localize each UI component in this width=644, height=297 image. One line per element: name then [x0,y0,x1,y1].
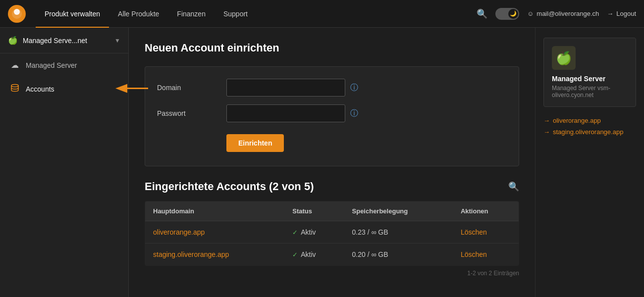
server-card: 🍏 Managed Server Managed Server vsm-oliv… [543,38,636,107]
topnav-links: Produkt verwalten Alle Produkte Finanzen… [36,0,477,28]
sidebar-item-accounts[interactable]: Accounts [0,77,128,101]
chevron-down-icon: ▼ [114,37,120,44]
accounts-search-icon[interactable]: 🔍 [508,181,519,192]
server-link-2[interactable]: → staging.oliverorange.app [543,128,636,136]
sidebar: 🍏 Managed Serve...net ▼ ☁ Managed Server… [0,28,129,297]
cell-action[interactable]: Löschen [453,221,519,244]
passwort-row: Passwort ⓘ [157,104,507,122]
dark-mode-toggle[interactable]: 🌙 [495,8,519,20]
cell-storage: 0.20 / ∞ GB [344,244,453,266]
server-link-label: staging.oliverorange.app [553,128,623,136]
check-icon: ✓ [292,251,298,258]
main-layout: 🍏 Managed Serve...net ▼ ☁ Managed Server… [0,28,644,297]
topnav: Produkt verwalten Alle Produkte Finanzen… [0,0,644,28]
sidebar-item-label: Managed Server [26,61,77,69]
server-link-1[interactable]: → oliverorange.app [543,117,636,124]
col-aktionen: Aktionen [453,201,519,221]
topnav-right: 🔍 🌙 ☺ mail@oliverorange.ch → Logout [477,8,636,20]
accounts-section-title: Eingerichtete Accounts (2 von 5) [145,180,314,193]
nav-produkt-verwalten[interactable]: Produkt verwalten [36,0,109,28]
arrow-right-icon: → [543,128,550,136]
logout-label: Logout [616,10,636,17]
cell-status: ✓ Aktiv [284,221,344,244]
domain-input[interactable] [226,79,345,97]
passwort-label: Passwort [157,109,226,117]
cell-storage: 0.23 / ∞ GB [344,221,453,244]
domain-row: Domain ⓘ [157,79,507,97]
col-hauptdomain: Hauptdomain [145,201,285,221]
new-account-title: Neuen Account einrichten [145,42,519,54]
sidebar-header-text: Managed Serve...net [23,37,87,45]
search-icon[interactable]: 🔍 [477,8,487,19]
domain-link[interactable]: oliverorange.app [153,228,205,236]
nav-finanzen[interactable]: Finanzen [168,0,215,28]
cell-status: ✓ Aktiv [284,244,344,266]
user-email: mail@oliverorange.ch [537,10,599,17]
pagination-info: 1-2 von 2 Einträgen [145,270,519,277]
domain-label: Domain [157,84,226,92]
cell-action[interactable]: Löschen [453,244,519,266]
right-panel: 🍏 Managed Server Managed Server vsm-oliv… [535,28,644,297]
server-card-subtitle: Managed Server vsm-olivero.cyon.net [552,85,628,99]
nav-alle-produkte[interactable]: Alle Produkte [109,0,168,28]
new-account-form: Domain ⓘ Passwort ⓘ Einrichten [145,66,519,166]
passwort-input-wrap: ⓘ [226,104,358,122]
logout-button[interactable]: → Logout [607,10,636,17]
domain-link[interactable]: staging.oliverorange.app [153,250,229,258]
cell-domain[interactable]: staging.oliverorange.app [145,244,285,266]
cell-domain[interactable]: oliverorange.app [145,221,285,244]
server-link-label: oliverorange.app [553,117,601,124]
logout-icon: → [607,10,613,17]
einrichten-button[interactable]: Einrichten [226,134,284,152]
server-card-title: Managed Server [552,75,628,83]
delete-link[interactable]: Löschen [461,228,487,236]
server-card-icon: 🍏 [552,46,576,70]
domain-info-icon[interactable]: ⓘ [350,83,358,93]
svg-point-3 [11,85,18,87]
toggle-knob: 🌙 [508,9,518,19]
table-row: staging.oliverorange.app✓ Aktiv0.20 / ∞ … [145,244,519,266]
nav-support[interactable]: Support [215,0,257,28]
sidebar-item-label: Accounts [26,85,54,93]
sidebar-item-managed-server[interactable]: ☁ Managed Server [0,53,128,77]
svg-point-2 [14,9,20,15]
passwort-info-icon[interactable]: ⓘ [350,108,358,119]
logo[interactable] [8,5,26,23]
arrow-right-icon: → [543,117,550,124]
cloud-icon: ☁ [10,60,20,70]
domain-input-wrap: ⓘ [226,79,358,97]
passwort-input[interactable] [226,104,345,122]
accounts-header: Eingerichtete Accounts (2 von 5) 🔍 [145,180,519,193]
user-info[interactable]: ☺ mail@oliverorange.ch [527,10,599,17]
table-row: oliverorange.app✓ Aktiv0.23 / ∞ GBLösche… [145,221,519,244]
database-icon [10,84,20,95]
accounts-table: Hauptdomain Status Speicherbelegung Akti… [145,201,519,266]
sidebar-header-icon: 🍏 [8,36,18,45]
user-icon: ☺ [527,10,534,17]
server-links: → oliverorange.app → staging.oliverorang… [543,117,636,136]
sidebar-header[interactable]: 🍏 Managed Serve...net ▼ [0,28,128,53]
col-speicherbelegung: Speicherbelegung [344,201,453,221]
table-header-row: Hauptdomain Status Speicherbelegung Akti… [145,201,519,221]
main-content: Neuen Account einrichten Domain ⓘ Passwo… [129,28,535,297]
check-icon: ✓ [292,229,298,236]
col-status: Status [284,201,344,221]
delete-link[interactable]: Löschen [461,250,487,258]
